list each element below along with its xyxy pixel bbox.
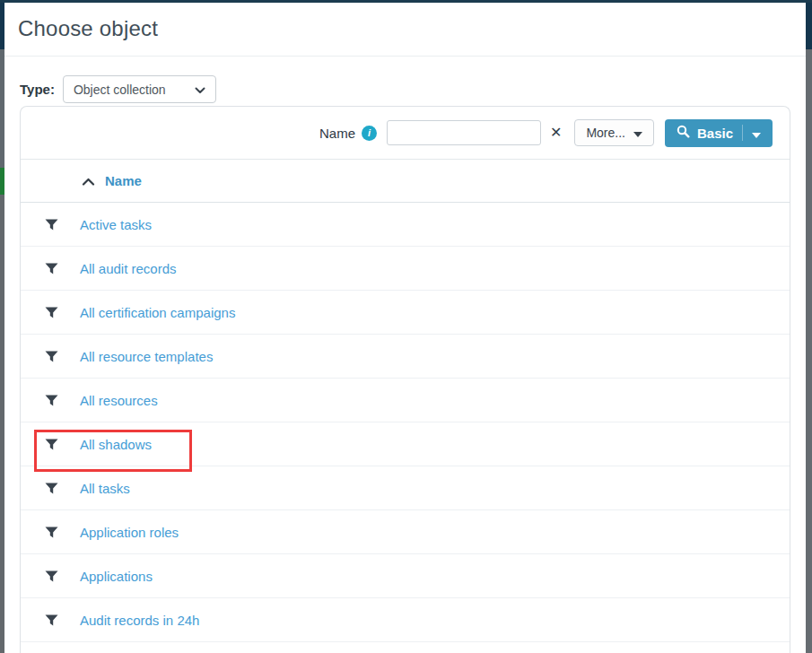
filter-icon[interactable]	[45, 395, 58, 406]
title-divider	[4, 56, 806, 57]
type-select-value: Object collection	[74, 83, 166, 97]
search-icon	[677, 125, 690, 141]
filter-icon[interactable]	[45, 483, 58, 494]
page-edge-top	[0, 0, 812, 3]
filter-icon[interactable]	[45, 570, 58, 582]
filter-icon[interactable]	[45, 527, 58, 538]
filter-icon[interactable]	[45, 614, 58, 626]
more-button-label: More...	[586, 126, 625, 140]
chevron-down-icon	[195, 82, 205, 98]
name-column-header[interactable]: Name	[21, 159, 790, 203]
table-row: All resource templates	[21, 335, 790, 379]
edge-segment	[0, 168, 4, 195]
table-row: Application roles	[21, 510, 790, 554]
filter-icon[interactable]	[45, 307, 58, 318]
search-field-label: Name	[319, 126, 355, 141]
page-edge-right	[806, 0, 812, 653]
filter-icon[interactable]	[45, 439, 58, 450]
page-title: Choose object	[18, 16, 158, 41]
info-icon[interactable]: i	[362, 126, 377, 141]
sort-ascending-icon	[82, 173, 95, 189]
edge-segment	[0, 49, 4, 168]
type-select[interactable]: Object collection	[63, 75, 216, 103]
object-link[interactable]: All resource templates	[80, 349, 213, 364]
table-row: Active tasks	[21, 203, 790, 247]
object-link[interactable]: All tasks	[80, 481, 130, 496]
button-divider	[742, 125, 743, 141]
object-link[interactable]: Active tasks	[80, 217, 152, 232]
page-edge-left	[0, 0, 4, 653]
object-link[interactable]: All shadows	[80, 437, 152, 452]
basic-button-label: Basic	[697, 126, 733, 141]
edge-segment	[806, 0, 812, 49]
caret-down-icon	[633, 126, 642, 140]
column-header-label: Name	[105, 173, 142, 188]
search-bar: Name i ✕ More... Basic	[21, 107, 790, 159]
object-link[interactable]: Application roles	[80, 525, 179, 540]
table-row: All tasks	[21, 466, 790, 510]
clear-search-icon[interactable]: ✕	[550, 126, 562, 140]
object-link[interactable]: All certification campaigns	[80, 305, 235, 320]
filter-icon[interactable]	[45, 351, 58, 362]
edge-segment	[806, 49, 812, 653]
table-row: All shadows	[21, 422, 790, 466]
object-link[interactable]: Applications	[80, 569, 153, 584]
type-selector-row: Type: Object collection	[20, 75, 216, 103]
table-row: Audit records in 24h	[21, 598, 790, 642]
filter-icon[interactable]	[45, 219, 58, 231]
object-link[interactable]: All audit records	[80, 261, 177, 276]
object-list: Active tasks All audit records All certi…	[21, 203, 790, 642]
table-row: All audit records	[21, 247, 790, 291]
caret-down-icon[interactable]	[752, 126, 761, 141]
more-button[interactable]: More...	[574, 119, 654, 146]
table-row: All resources	[21, 379, 790, 422]
table-row: All certification campaigns	[21, 291, 790, 335]
object-link[interactable]: Audit records in 24h	[80, 613, 199, 628]
edge-segment	[0, 195, 4, 653]
table-row: Applications	[21, 554, 790, 598]
object-list-panel: Name i ✕ More... Basic Name	[20, 106, 790, 653]
search-input[interactable]	[387, 120, 541, 145]
type-label: Type:	[20, 82, 55, 97]
basic-search-button[interactable]: Basic	[665, 119, 773, 147]
filter-icon[interactable]	[45, 263, 58, 274]
edge-segment	[0, 0, 4, 49]
object-link[interactable]: All resources	[80, 393, 158, 408]
